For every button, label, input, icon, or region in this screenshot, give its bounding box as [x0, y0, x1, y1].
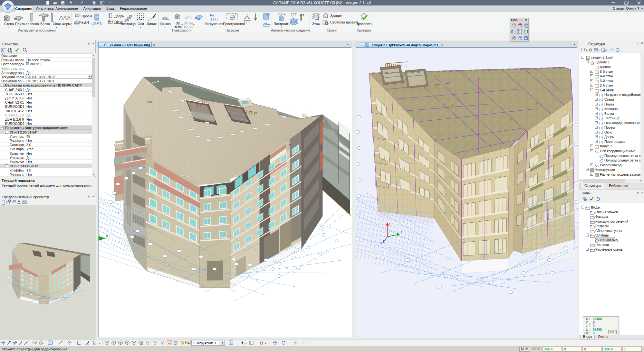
svg-text:Z: Z [389, 222, 390, 226]
svg-text:1.2: 1.2 [13, 200, 16, 202]
svg-text:№: № [187, 342, 190, 345]
svg-text:Y: Y [380, 242, 382, 245]
svg-text:XY: XY [8, 199, 11, 202]
svg-text:▾: ▾ [586, 49, 587, 52]
svg-text:1: 1 [190, 14, 192, 17]
svg-text:№: № [210, 13, 214, 17]
svg-text:X: X [106, 235, 108, 238]
svg-text:A: A [18, 200, 20, 203]
svg-text:Я: Я [10, 50, 12, 53]
svg-text:X: X [400, 230, 403, 234]
